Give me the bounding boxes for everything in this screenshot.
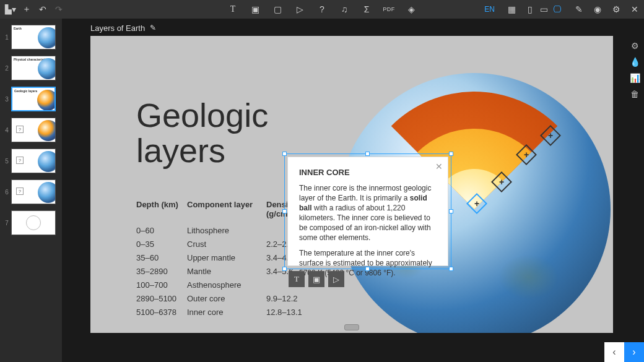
context-toolbar: T ▣ ▷ <box>289 271 344 287</box>
info-popup[interactable]: ✕ INNER CORE The inner core is the inner… <box>287 157 448 266</box>
topbar-right: EN ▦ ▯ ▭ 🖵 ✎ ◉ ⚙ ✕ <box>484 2 642 16</box>
device-group: ▯ ▭ 🖵 <box>523 2 564 16</box>
right-tools: ⚙ 💧 📊 🗑 <box>625 37 644 99</box>
thumb-row[interactable]: 6? <box>0 179 62 204</box>
topbar: ▙▾ ＋ ↶ ↷ T ▣ ▢ ▷ ? ♫ Σ PDF ◈ EN ▦ ▯ ▭ 🖵 … <box>0 0 644 19</box>
prev-slide-button[interactable]: ‹ <box>604 342 624 362</box>
embed-icon[interactable]: ▢ <box>271 2 284 16</box>
redo-icon[interactable]: ↷ <box>52 2 66 16</box>
thumb-row[interactable]: 3Geologic layers <box>0 87 62 111</box>
context-text-icon[interactable]: T <box>289 271 305 287</box>
question-icon[interactable]: ? <box>315 2 329 16</box>
video-icon[interactable]: ▷ <box>293 2 307 16</box>
topbar-center: T ▣ ▢ ▷ ? ♫ Σ PDF ◈ <box>226 2 418 16</box>
audio-icon[interactable]: ♫ <box>337 2 351 16</box>
thumb-row[interactable]: 2Physical characteristics <box>0 56 62 80</box>
slide-canvas[interactable]: Geologic layers Depth (km) Component lay… <box>90 36 613 333</box>
shape-icon[interactable]: ◈ <box>404 2 418 16</box>
resize-handle[interactable] <box>282 152 287 156</box>
page-title: Layers of Earth <box>90 24 145 33</box>
tablet-icon[interactable]: ▭ <box>537 2 550 16</box>
gear-icon[interactable]: ⚙ <box>631 41 639 51</box>
image-icon[interactable]: ▣ <box>248 2 262 16</box>
chart-icon[interactable]: 📊 <box>630 73 640 83</box>
edit-icon[interactable]: ✎ <box>572 2 586 16</box>
undo-icon[interactable]: ↶ <box>36 2 50 16</box>
phone-icon[interactable]: ▯ <box>523 2 537 16</box>
popup-title: INNER CORE <box>299 167 437 178</box>
layout-menu-icon[interactable]: ▙▾ <box>4 2 17 16</box>
language-button[interactable]: EN <box>484 5 495 14</box>
drop-icon[interactable]: 💧 <box>630 57 640 67</box>
formula-icon[interactable]: Σ <box>360 2 373 16</box>
thumb-row[interactable]: 5? <box>0 149 62 173</box>
add-icon[interactable]: ＋ <box>20 2 33 16</box>
desktop-icon[interactable]: 🖵 <box>550 2 564 16</box>
grid-icon[interactable]: ▦ <box>505 2 518 16</box>
trash-icon[interactable]: 🗑 <box>630 89 639 99</box>
slide-title[interactable]: Geologic layers <box>136 98 268 168</box>
thumb-row[interactable]: 4? <box>0 118 62 142</box>
popup-paragraph: The inner core is the innermost geologic… <box>299 183 437 243</box>
thumbnail-sidebar: 1Earth 2Physical characteristics 3Geolog… <box>0 19 62 362</box>
rename-icon[interactable]: ✎ <box>150 24 156 32</box>
popup-close-icon[interactable]: ✕ <box>435 161 443 173</box>
breadcrumb: Layers of Earth ✎ <box>62 19 644 37</box>
thumb-row[interactable]: 7 <box>0 210 62 235</box>
table-row: 2890–5100Outer core9.9–12.2 <box>136 294 316 303</box>
nav-arrows: ‹ › <box>604 342 644 362</box>
text-icon[interactable]: T <box>226 2 240 16</box>
context-image-icon[interactable]: ▣ <box>308 271 324 287</box>
preview-icon[interactable]: ◉ <box>591 2 604 16</box>
next-slide-button[interactable]: › <box>624 342 644 362</box>
canvas-gripper[interactable] <box>344 324 359 330</box>
thumb-row[interactable]: 1Earth <box>0 25 62 50</box>
close-icon[interactable]: ✕ <box>628 2 642 16</box>
settings-icon[interactable]: ⚙ <box>609 2 623 16</box>
table-row: 5100–6378Inner core12.8–13.1 <box>136 308 316 317</box>
context-video-icon[interactable]: ▷ <box>328 271 344 287</box>
topbar-left: ▙▾ ＋ ↶ ↷ <box>4 2 66 16</box>
pdf-button[interactable]: PDF <box>382 2 396 16</box>
